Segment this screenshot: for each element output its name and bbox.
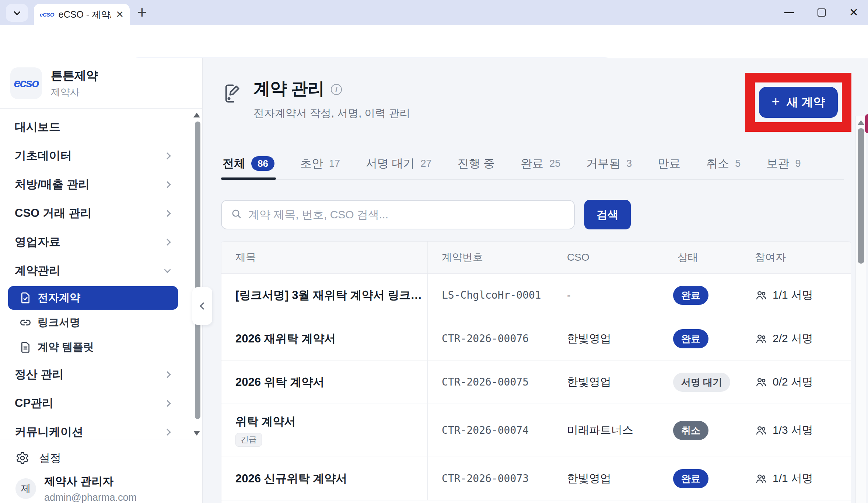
cell-status: 완료 bbox=[664, 317, 741, 360]
chevron-right-icon bbox=[164, 210, 171, 217]
contract-title: 2026 재위탁 계약서 bbox=[235, 331, 336, 347]
new-tab-button[interactable]: + bbox=[137, 2, 147, 22]
contracts-page: 계약 관리 i 전자계약서 작성, 서명, 이력 관리 + 새 계약 전체86초… bbox=[203, 58, 855, 503]
user-email: admin@pharma.com bbox=[44, 492, 137, 503]
sidebar-item-label: 정산 관리 bbox=[15, 367, 64, 382]
chevron-right-icon bbox=[164, 400, 171, 407]
new-contract-button[interactable]: + 새 계약 bbox=[759, 87, 838, 118]
sidebar-scroll-down-icon[interactable] bbox=[193, 431, 200, 436]
cell-participants: 1/1 서명 bbox=[741, 457, 851, 500]
table-row[interactable]: 위탁 계약서긴급CTR-2026-00074미래파트너스취소1/3 서명 bbox=[221, 404, 851, 457]
cell-contract-number: CTR-2026-00073 bbox=[428, 457, 553, 500]
cell-contract-number: LS-ChglcoHr-0001 bbox=[428, 274, 553, 317]
filter-tab[interactable]: 초안17 bbox=[299, 148, 342, 179]
contract-edit-icon bbox=[221, 82, 243, 121]
sidebar-item-label: 기초데이터 bbox=[15, 148, 72, 163]
tab-close-icon[interactable]: ✕ bbox=[116, 9, 124, 20]
sidebar-item[interactable]: CSO 거래 관리 bbox=[8, 199, 180, 228]
filter-tab-count: 5 bbox=[735, 158, 741, 169]
cell-status: 서명 대기 bbox=[664, 360, 741, 404]
user-profile[interactable]: 제 제약사 관리자 admin@pharma.com bbox=[15, 474, 202, 503]
sidebar-subitem-label: 전자계약 bbox=[38, 291, 80, 305]
filter-tab-label: 서명 대기 bbox=[366, 156, 415, 171]
table-row[interactable]: [링크서명] 3월 재위탁 계약서 링크…LS-ChglcoHr-0001-완료… bbox=[221, 274, 851, 317]
column-header: 상태 bbox=[664, 242, 741, 273]
cell-status: 완료 bbox=[664, 457, 741, 500]
filter-tab-count: 27 bbox=[421, 158, 432, 169]
filter-tab[interactable]: 완료25 bbox=[519, 148, 562, 179]
table-header: 제목계약번호CSO상태참여자 bbox=[221, 242, 851, 274]
user-avatar: 제 bbox=[15, 478, 36, 499]
filter-tab-count: 25 bbox=[549, 158, 560, 169]
sidebar-item[interactable]: 처방/매출 관리 bbox=[8, 170, 180, 199]
sidebar-subitem[interactable]: 링크서명 bbox=[8, 311, 178, 334]
people-icon bbox=[755, 289, 767, 302]
sidebar-scroll-up-icon[interactable] bbox=[193, 113, 200, 117]
sidebar-subitem[interactable]: 전자계약 bbox=[8, 286, 178, 310]
search-button[interactable]: 검색 bbox=[584, 200, 631, 229]
filter-tab[interactable]: 전체86 bbox=[221, 148, 276, 179]
chevron-right-icon bbox=[164, 181, 171, 188]
sidebar-item-label: CP관리 bbox=[15, 395, 53, 411]
sidebar-item[interactable]: 커뮤니케이션 bbox=[8, 418, 180, 440]
sidebar-subitem[interactable]: 계약 템플릿 bbox=[8, 335, 178, 359]
filter-tab-label: 보관 bbox=[766, 156, 789, 171]
browser-toolbar: ← → ↻ portal.ecso.kr/pharma/e-contracts … bbox=[0, 25, 868, 58]
info-icon[interactable]: i bbox=[331, 84, 342, 95]
cell-participants: 0/2 서명 bbox=[741, 360, 851, 404]
page-title: 계약 관리 bbox=[253, 77, 324, 100]
window-maximize-button[interactable] bbox=[818, 8, 826, 17]
contract-title: 2026 신규위탁 계약서 bbox=[235, 471, 347, 486]
filter-tab-label: 완료 bbox=[521, 156, 543, 171]
filter-tab-label: 취소 bbox=[706, 156, 729, 171]
filter-tab-label: 초안 bbox=[300, 156, 323, 171]
status-badge: 서명 대기 bbox=[673, 373, 730, 392]
sidebar-item[interactable]: 계약관리 bbox=[8, 256, 180, 285]
org-name: 튼튼제약 bbox=[51, 68, 98, 84]
gear-icon bbox=[15, 451, 29, 465]
sidebar-item[interactable]: 기초데이터 bbox=[8, 141, 180, 170]
page-scrollbar[interactable] bbox=[858, 128, 864, 264]
doc-lines-icon bbox=[19, 341, 32, 353]
org-type: 제약사 bbox=[51, 86, 98, 99]
sidebar-subitem-label: 링크서명 bbox=[38, 315, 80, 330]
tab-search-button[interactable] bbox=[6, 4, 28, 22]
filter-tab-count: 9 bbox=[795, 158, 801, 169]
filter-tab[interactable]: 서명 대기27 bbox=[364, 148, 433, 179]
filter-tab[interactable]: 만료 bbox=[656, 148, 682, 179]
cell-status: 취소 bbox=[664, 404, 741, 457]
filter-tab-label: 전체 bbox=[223, 156, 245, 171]
filter-tab[interactable]: 진행 중 bbox=[456, 148, 497, 179]
page-scrollbar-track[interactable] bbox=[855, 116, 866, 503]
status-badge: 완료 bbox=[673, 469, 708, 488]
sidebar-item-label: 커뮤니케이션 bbox=[15, 424, 83, 440]
column-header: 참여자 bbox=[741, 242, 851, 273]
column-header: CSO bbox=[553, 242, 664, 273]
sidebar-item-label: CSO 거래 관리 bbox=[15, 205, 91, 221]
sidebar-item-settings[interactable]: 설정 bbox=[15, 447, 202, 469]
tab-title: eCSO - 제약/CSO 통합 비즈니 bbox=[59, 8, 111, 21]
search-input[interactable] bbox=[248, 208, 565, 221]
sidebar-scrollbar[interactable] bbox=[195, 122, 200, 419]
browser-tab[interactable]: eCSO eCSO - 제약/CSO 통합 비즈니 ✕ bbox=[34, 4, 130, 25]
sidebar-item[interactable]: CP관리 bbox=[8, 389, 180, 418]
sidebar-item[interactable]: 대시보드 bbox=[8, 113, 180, 141]
window-minimize-button[interactable] bbox=[784, 12, 794, 13]
filter-tab[interactable]: 보관9 bbox=[765, 148, 802, 179]
chevron-right-icon bbox=[164, 239, 171, 245]
sidebar-item[interactable]: 정산 관리 bbox=[8, 360, 180, 389]
cell-title: [링크서명] 3월 재위탁 계약서 링크… bbox=[221, 274, 428, 317]
filter-tab[interactable]: 거부됨3 bbox=[585, 148, 633, 179]
filter-tab[interactable]: 취소5 bbox=[705, 148, 742, 179]
table-row[interactable]: 2026 신규위탁 계약서CTR-2026-00073한빛영업완료1/1 서명 bbox=[221, 457, 851, 500]
sidebar-collapse-button[interactable] bbox=[192, 287, 212, 325]
scroll-up-icon[interactable] bbox=[858, 120, 864, 125]
urgent-tag: 긴급 bbox=[235, 433, 262, 446]
org-header: ecso 튼튼제약 제약사 bbox=[0, 58, 202, 109]
table-row[interactable]: 2026 재위탁 계약서CTR-2026-00076한빛영업완료2/2 서명 bbox=[221, 317, 851, 360]
edge-overlay-sliver bbox=[865, 114, 868, 133]
participants-text: 1/1 서명 bbox=[773, 471, 813, 486]
window-close-button[interactable]: ✕ bbox=[849, 7, 858, 18]
table-row[interactable]: 2026 위탁 계약서CTR-2026-00075한빛영업서명 대기0/2 서명 bbox=[221, 360, 851, 404]
sidebar-item[interactable]: 영업자료 bbox=[8, 228, 180, 256]
